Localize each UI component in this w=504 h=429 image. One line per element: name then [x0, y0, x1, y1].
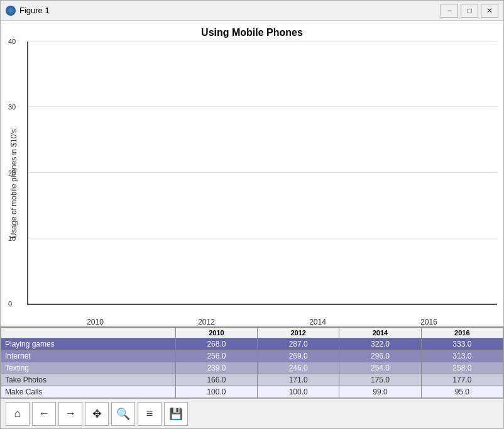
y-tick-label: 30: [8, 103, 16, 111]
app-icon: [6, 6, 16, 16]
maximize-button[interactable]: □: [461, 4, 478, 18]
close-button[interactable]: ✕: [481, 4, 498, 18]
toolbar: ⌂ ← → ✥ 🔍 ≡ 💾: [1, 398, 503, 428]
table-cell-value: 322.0: [339, 338, 421, 350]
table-row: Make Calls100.0100.099.095.0: [1, 386, 503, 398]
table-header: [1, 328, 176, 338]
pan-button[interactable]: ✥: [85, 402, 109, 426]
forward-button[interactable]: →: [58, 402, 82, 426]
table-row: Playing games268.0287.0322.0333.0: [1, 338, 503, 350]
table-cell-value: 246.0: [258, 362, 339, 374]
table-cell-value: 269.0: [258, 350, 339, 362]
table-cell-label: Texting: [1, 362, 176, 374]
y-tick-label: 0: [8, 300, 12, 308]
home-button[interactable]: ⌂: [6, 402, 30, 426]
table-cell-value: 99.0: [339, 386, 421, 398]
table-header: 2016: [421, 328, 503, 338]
chart-plot: 010203040: [27, 42, 497, 305]
y-tick-label: 20: [8, 169, 16, 177]
chart-title: Using Mobile Phones: [7, 27, 497, 38]
x-axis-label: 2016: [404, 318, 454, 326]
x-labels-container: 2010201220142016: [27, 318, 497, 326]
table-row: Internet256.0269.0296.0313.0: [1, 350, 503, 362]
x-axis-label: 2014: [293, 318, 343, 326]
window: Figure 1 − □ ✕ Using Mobile Phones Usage…: [0, 0, 504, 429]
table-cell-value: 256.0: [175, 350, 257, 362]
table-cell-value: 258.0: [421, 362, 503, 374]
table-cell-value: 171.0: [258, 374, 339, 386]
table-cell-value: 287.0: [258, 338, 339, 350]
table-header: 2012: [258, 328, 339, 338]
x-axis-label: 2012: [182, 318, 232, 326]
y-tick-label: 40: [8, 38, 16, 45]
settings-button[interactable]: ≡: [138, 402, 162, 426]
table-cell-value: 175.0: [339, 374, 421, 386]
table-cell-value: 239.0: [175, 362, 257, 374]
y-tick-label: 10: [8, 235, 16, 242]
chart-inner: 010203040 2010201220142016: [21, 42, 497, 326]
table-cell-value: 100.0: [258, 386, 339, 398]
table-cell-value: 333.0: [421, 338, 503, 350]
y-axis-label: Usage of mobile phones in $10's: [7, 42, 21, 326]
content-area: Using Mobile Phones Usage of mobile phon…: [1, 21, 503, 398]
table-cell-value: 268.0: [175, 338, 257, 350]
table-cell-label: Take Photos: [1, 374, 176, 386]
table-header: 2014: [339, 328, 421, 338]
table-cell-value: 254.0: [339, 362, 421, 374]
data-table: 2010201220142016Playing games268.0287.03…: [1, 326, 503, 398]
table-cell-label: Make Calls: [1, 386, 176, 398]
x-axis-label: 2010: [70, 318, 121, 326]
minimize-button[interactable]: −: [441, 4, 458, 18]
titlebar: Figure 1 − □ ✕: [1, 1, 503, 21]
table-row: Texting239.0246.0254.0258.0: [1, 362, 503, 374]
zoom-button[interactable]: 🔍: [111, 402, 135, 426]
table-row: Take Photos166.0171.0175.0177.0: [1, 374, 503, 386]
window-controls: − □ ✕: [441, 4, 498, 18]
table-cell-value: 166.0: [175, 374, 257, 386]
back-button[interactable]: ←: [32, 402, 56, 426]
table-cell-label: Playing games: [1, 338, 176, 350]
table-header: 2010: [175, 328, 257, 338]
table-cell-value: 95.0: [421, 386, 503, 398]
chart-wrapper: Usage of mobile phones in $10's 01020304…: [7, 42, 497, 326]
table-cell-value: 313.0: [421, 350, 503, 362]
chart-area: Using Mobile Phones Usage of mobile phon…: [1, 21, 503, 326]
bars-container: [28, 42, 497, 304]
table-cell-value: 100.0: [175, 386, 257, 398]
save-button[interactable]: 💾: [164, 402, 188, 426]
window-title: Figure 1: [19, 6, 441, 15]
table-cell-value: 296.0: [339, 350, 421, 362]
table-cell-label: Internet: [1, 350, 176, 362]
table-cell-value: 177.0: [421, 374, 503, 386]
